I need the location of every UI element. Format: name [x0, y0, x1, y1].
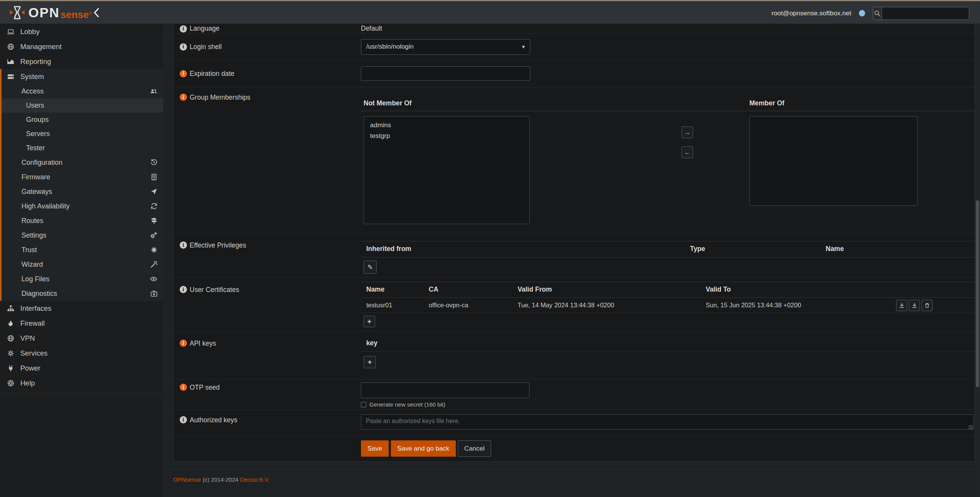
scrollbar-thumb[interactable]: [976, 200, 979, 387]
delete-certificate-button[interactable]: [921, 300, 932, 311]
cert-valid-to: Sun, 15 Jun 2025 13:44:38 +0200: [706, 302, 896, 309]
laptop-icon: [5, 28, 16, 36]
group-memberships-label: Group Memberships: [190, 93, 251, 102]
sidebar-item-tester[interactable]: Tester: [2, 141, 163, 155]
form-row-effective-privileges: Effective Privileges Inherited from Type…: [174, 234, 975, 277]
cancel-button[interactable]: Cancel: [458, 440, 491, 457]
otp-seed-input[interactable]: [361, 382, 529, 398]
info-icon[interactable]: [180, 25, 187, 33]
move-left-button[interactable]: [682, 146, 693, 158]
effective-privileges-label: Effective Privileges: [190, 241, 246, 249]
deciso-link[interactable]: Deciso B.V.: [240, 476, 269, 483]
sidebar-item-routes[interactable]: Routes: [2, 213, 163, 228]
sidebar-item-configuration[interactable]: Configuration: [2, 155, 163, 170]
sidebar-item-users[interactable]: Users: [2, 98, 163, 113]
building-icon: [150, 173, 158, 181]
generate-secret-checkbox[interactable]: [361, 402, 366, 407]
sidebar-collapse-chevron-icon[interactable]: [92, 8, 102, 18]
plug-icon: [5, 364, 16, 372]
footer: OPNsense (c) 2014-2024 Deciso B.V.: [173, 476, 269, 483]
list-item[interactable]: admins: [364, 120, 529, 131]
globe-icon: [5, 335, 16, 342]
add-api-key-button[interactable]: [364, 356, 376, 368]
language-value: Default: [361, 25, 382, 33]
col-ca: CA: [429, 285, 518, 294]
member-of-listbox[interactable]: [749, 116, 918, 206]
form-row-expiration-date: Expiration date: [174, 60, 975, 87]
sidebar-item-log-files[interactable]: Log Files: [2, 272, 163, 286]
info-icon[interactable]: [180, 70, 187, 77]
textarea-resize-handle[interactable]: [969, 425, 973, 430]
info-icon[interactable]: [180, 416, 187, 423]
sidebar-item-gateways[interactable]: Gateways: [2, 184, 163, 199]
copyright-text: (c) 2014-2024: [203, 476, 238, 483]
cogs-icon: [149, 231, 158, 239]
location-arrow-icon: [150, 188, 158, 195]
sidebar-item-help[interactable]: Help: [0, 376, 163, 390]
user-edit-form-panel: Language Default Login shell /usr/sbin/n…: [173, 24, 975, 462]
edit-privileges-button[interactable]: [364, 261, 377, 274]
info-icon[interactable]: [180, 384, 187, 391]
fire-icon: [5, 320, 16, 327]
sidebar-item-management[interactable]: Management: [0, 39, 163, 54]
status-dot[interactable]: [859, 10, 865, 16]
expiration-date-input[interactable]: [361, 66, 530, 81]
not-member-of-listbox[interactable]: admins testgrp: [364, 116, 530, 224]
info-icon[interactable]: [180, 241, 187, 249]
sidebar-item-system[interactable]: System: [2, 69, 163, 84]
sidebar-item-trust[interactable]: Trust: [2, 243, 163, 257]
sidebar-item-servers[interactable]: Servers: [2, 127, 163, 141]
certificate-table-row: testusr01 office-ovpn-ca Tue, 14 May 202…: [361, 298, 975, 313]
cert-ca: office-ovpn-ca: [429, 302, 518, 309]
privileges-table-header: Inherited from Type Name: [361, 241, 975, 258]
history-icon: [150, 159, 158, 166]
sidebar-item-interfaces[interactable]: Interfaces: [0, 301, 163, 316]
sidebar-item-wizard[interactable]: Wizard: [2, 257, 163, 272]
magic-wand-icon: [150, 261, 158, 268]
global-search: [873, 7, 969, 20]
opnsense-link[interactable]: OPNsense: [173, 476, 201, 483]
medkit-icon: [150, 290, 158, 297]
sidebar-item-lobby[interactable]: Lobby: [0, 24, 163, 39]
sidebar-item-access[interactable]: Access: [2, 84, 163, 98]
sidebar-item-settings[interactable]: Settings: [2, 228, 163, 243]
form-actions-row: Save Save and go back Cancel: [174, 436, 975, 461]
sidebar-item-high-availability[interactable]: High Availability: [2, 199, 163, 213]
not-member-of-header: Not Member Of: [364, 99, 411, 107]
sidebar-item-firewall[interactable]: Firewall: [0, 316, 163, 331]
move-right-button[interactable]: [682, 126, 693, 138]
chevron-down-icon: [522, 43, 525, 51]
login-shell-label: Login shell: [190, 43, 222, 51]
save-button[interactable]: Save: [361, 440, 389, 457]
opnsense-logo[interactable]: OPN sense ®: [9, 5, 92, 21]
sidebar-item-firmware[interactable]: Firmware: [2, 170, 163, 184]
sidebar-item-reporting[interactable]: Reporting: [0, 54, 163, 69]
export-key-button[interactable]: [909, 300, 920, 311]
info-icon[interactable]: [180, 43, 187, 51]
add-certificate-button[interactable]: [364, 316, 375, 327]
export-certificate-button[interactable]: [896, 300, 907, 311]
info-icon[interactable]: [180, 340, 187, 347]
generate-secret-label: Generate new secret (160 bit): [369, 401, 445, 408]
sidebar-item-groups[interactable]: Groups: [2, 113, 163, 127]
list-item[interactable]: testgrp: [364, 131, 529, 141]
info-icon[interactable]: [180, 286, 187, 293]
sidebar-item-diagnostics[interactable]: Diagnostics: [2, 286, 163, 301]
sidebar-item-power[interactable]: Power: [0, 361, 163, 376]
save-and-go-back-button[interactable]: Save and go back: [391, 440, 456, 457]
hourglass-logo-icon: [9, 5, 25, 21]
sidebar-item-vpn[interactable]: VPN: [0, 331, 163, 346]
login-shell-select[interactable]: /usr/sbin/nologin: [361, 39, 530, 55]
api-keys-table-header: key: [361, 331, 975, 351]
info-icon[interactable]: [180, 93, 187, 101]
col-valid-from: Valid From: [518, 285, 706, 294]
api-keys-label: API keys: [190, 340, 216, 348]
form-row-login-shell: Login shell /usr/sbin/nologin: [174, 34, 975, 60]
authorized-keys-label: Authorized keys: [190, 416, 238, 424]
authorized-keys-textarea[interactable]: [361, 414, 974, 430]
sidebar-item-services[interactable]: Services: [0, 346, 163, 361]
search-input[interactable]: [882, 7, 969, 20]
main-content: Language Default Login shell /usr/sbin/n…: [163, 24, 975, 497]
page-scrollbar[interactable]: [975, 24, 980, 497]
sidebar-divider: [0, 394, 163, 394]
